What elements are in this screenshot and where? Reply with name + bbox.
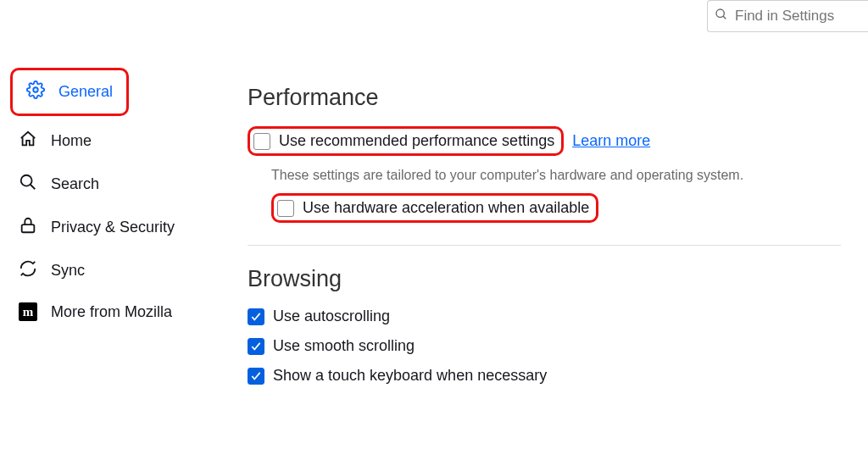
label-smooth[interactable]: Use smooth scrolling xyxy=(273,337,415,355)
sidebar-item-home[interactable]: Home xyxy=(10,123,205,159)
sidebar-item-label: Sync xyxy=(51,262,85,280)
home-icon xyxy=(19,130,37,152)
sync-icon xyxy=(19,259,37,282)
search-icon xyxy=(715,8,728,25)
row-hw-accel: Use hardware acceleration when available xyxy=(271,193,841,223)
checkbox-autoscroll[interactable] xyxy=(248,308,264,325)
svg-line-4 xyxy=(31,185,36,190)
sidebar-item-label: Home xyxy=(51,132,92,150)
gear-icon xyxy=(26,80,45,103)
checkbox-smooth[interactable] xyxy=(248,338,264,355)
sidebar-item-label: Privacy & Security xyxy=(51,219,175,236)
row-smooth: Use smooth scrolling xyxy=(248,337,841,355)
section-divider xyxy=(248,245,841,246)
svg-point-2 xyxy=(33,87,38,92)
svg-rect-5 xyxy=(22,224,35,232)
sidebar-item-more-mozilla[interactable]: m More from Mozilla xyxy=(10,296,205,328)
label-touchkb[interactable]: Show a touch keyboard when necessary xyxy=(273,367,547,385)
sidebar-item-label: Search xyxy=(51,175,99,193)
main-content: Performance Use recommended performance … xyxy=(248,85,841,396)
search-input[interactable] xyxy=(733,7,861,25)
checkbox-touchkb[interactable] xyxy=(248,368,264,385)
label-use-recommended[interactable]: Use recommended performance settings xyxy=(279,132,554,150)
svg-point-0 xyxy=(716,9,724,17)
row-autoscroll: Use autoscrolling xyxy=(248,308,841,325)
performance-subtext: These settings are tailored to your comp… xyxy=(271,168,841,183)
sidebar-item-search[interactable]: Search xyxy=(10,166,205,202)
learn-more-link[interactable]: Learn more xyxy=(572,132,650,150)
sidebar-item-sync[interactable]: Sync xyxy=(10,252,205,289)
highlight-hw-accel: Use hardware acceleration when available xyxy=(271,193,598,223)
section-title-browsing: Browsing xyxy=(248,266,841,292)
sidebar-item-label: General xyxy=(58,83,113,101)
label-autoscroll[interactable]: Use autoscrolling xyxy=(273,308,390,325)
label-hw-accel[interactable]: Use hardware acceleration when available xyxy=(303,199,589,217)
row-use-recommended: Use recommended performance settings Lea… xyxy=(248,126,841,156)
search-input-container[interactable] xyxy=(707,0,868,32)
sidebar-item-privacy[interactable]: Privacy & Security xyxy=(10,209,205,246)
mozilla-icon: m xyxy=(19,302,37,321)
checkbox-hw-accel[interactable] xyxy=(277,200,294,217)
section-title-performance: Performance xyxy=(248,85,841,111)
sidebar: General Home Search Privacy & Security xyxy=(10,68,205,328)
checkbox-use-recommended[interactable] xyxy=(253,133,270,150)
row-touchkb: Show a touch keyboard when necessary xyxy=(248,367,841,385)
sidebar-item-general[interactable]: General xyxy=(18,74,121,110)
svg-point-3 xyxy=(21,175,32,186)
highlight-use-recommended: Use recommended performance settings xyxy=(248,126,564,156)
lock-icon xyxy=(19,216,37,239)
sidebar-item-label: More from Mozilla xyxy=(51,303,172,321)
search-icon xyxy=(19,173,37,196)
highlight-general: General xyxy=(10,68,129,116)
svg-line-1 xyxy=(723,16,726,19)
